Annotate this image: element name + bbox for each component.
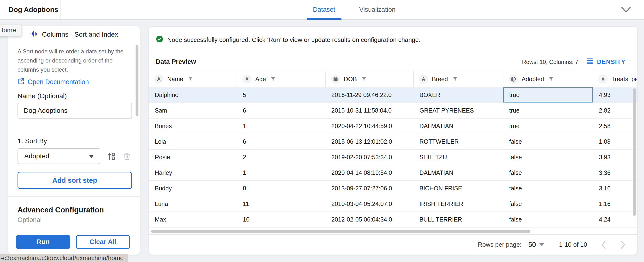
node-description: A Sort node will re-order a data set by … [18, 47, 132, 74]
horizontal-scrollbar[interactable] [151, 230, 530, 233]
table-cell[interactable]: 2019-02-20 07:53:34.0 [326, 150, 414, 165]
vertical-scrollbar[interactable] [633, 88, 636, 216]
column-header-treats_per_day[interactable]: #Treats_per_day [593, 71, 637, 87]
table-cell[interactable]: 2.82 [593, 103, 637, 118]
column-header-dob[interactable]: DOB [326, 71, 414, 87]
filter-icon[interactable] [188, 76, 194, 82]
table-cell[interactable]: 8 [237, 181, 326, 196]
table-cell[interactable]: BULL TERRIER [414, 212, 504, 227]
rows-per-page-label: Rows per page: [478, 241, 522, 248]
table-cell[interactable]: 1 [237, 119, 326, 134]
name-label: Name (Optional) [18, 92, 132, 100]
table-cell[interactable]: 10 [237, 212, 326, 227]
status-url: -c3exmachina.c3dev.cloud/exmachina/home [1, 254, 124, 262]
table-cell[interactable]: ROTTWEILER [414, 134, 504, 149]
table-cell[interactable]: 2015-10-31 11:58:04.0 [326, 103, 414, 118]
selected-cell[interactable]: true [504, 87, 593, 103]
table-cell[interactable]: BOXER [414, 87, 504, 103]
table-cell[interactable]: true [504, 119, 593, 134]
table-cell[interactable]: GREAT PYRENEES [414, 103, 504, 118]
table-cell[interactable]: 11 [237, 196, 326, 211]
table-row: Max102012-02-05 06:04:34.0BULL TERRIERfa… [149, 212, 637, 228]
table-cell[interactable]: 2015-06-13 12:01:02.0 [326, 134, 414, 149]
table-cell[interactable]: 3.16 [593, 181, 637, 196]
table-cell[interactable]: false [504, 196, 593, 211]
density-button[interactable]: DENSITY [585, 58, 627, 66]
rows-per-page-select[interactable]: 50 [528, 241, 544, 249]
table-cell[interactable]: 2012-02-05 06:04:34.0 [326, 212, 414, 227]
pagination-range: 1-10 of 10 [559, 241, 587, 248]
add-sort-step-button[interactable]: Add sort step [18, 172, 132, 189]
table-cell[interactable]: 2 [237, 150, 326, 165]
table-cell[interactable]: Max [149, 212, 237, 227]
table-cell[interactable]: IRISH TERRIER [414, 196, 504, 211]
sort-by-label: 1. Sort By [18, 137, 132, 145]
table-cell[interactable]: DALMATIAN [414, 165, 504, 180]
sort-order-button[interactable] [106, 151, 116, 161]
tab-visualization[interactable]: Visualization [353, 0, 402, 19]
table-cell[interactable]: false [504, 134, 593, 149]
table-row: Buddy82013-09-27 07:27:06.0BICHON FRISEf… [149, 181, 637, 196]
chevron-down-icon [540, 243, 544, 246]
column-header-adopted[interactable]: Adopted [504, 71, 593, 87]
table-cell[interactable]: Bones [149, 119, 237, 134]
sort-by-select[interactable]: Adopted [18, 148, 100, 164]
table-cell[interactable]: Luna [149, 196, 237, 211]
panel-scrollbar[interactable] [136, 45, 138, 116]
table-cell[interactable]: 2016-11-29 09:46:22.0 [326, 87, 414, 103]
filter-icon[interactable] [548, 76, 554, 82]
table-cell[interactable]: SHIH TZU [414, 150, 504, 165]
tab-dataset[interactable]: Dataset [307, 0, 342, 19]
table-cell[interactable]: true [504, 103, 593, 118]
sort-order-icon [106, 151, 116, 161]
table-cell[interactable]: 2020-04-14 08:19:54.0 [326, 165, 414, 180]
table-cell[interactable]: 6 [237, 103, 326, 118]
table-cell[interactable]: 6 [237, 134, 326, 149]
table-cell[interactable]: 2.58 [593, 119, 637, 134]
previous-page-button[interactable] [601, 241, 606, 249]
table-cell[interactable]: false [504, 212, 593, 227]
pagination-footer: Rows per page: 50 1-10 of 10 [149, 234, 637, 255]
table-cell[interactable]: Lola [149, 134, 237, 149]
column-header-breed[interactable]: ABreed [414, 71, 504, 87]
table-cell[interactable]: 3.36 [593, 165, 637, 180]
table-cell[interactable]: 1 [237, 165, 326, 180]
table-cell[interactable]: 2013-09-27 07:27:06.0 [326, 181, 414, 196]
workspace-title-tab[interactable]: Dog Adoptions [0, 0, 61, 19]
name-input[interactable] [18, 103, 132, 119]
column-header-name[interactable]: AName [149, 71, 237, 87]
filter-icon[interactable] [361, 76, 367, 82]
table-cell[interactable]: 4.93 [593, 87, 637, 103]
table-cell[interactable]: 5 [237, 87, 326, 103]
chevron-left-icon [601, 241, 606, 249]
column-header-age[interactable]: #Age [237, 71, 326, 87]
delete-sort-step-button[interactable] [122, 152, 132, 161]
table-cell[interactable]: 4.24 [593, 212, 637, 227]
table-cell[interactable]: Rosie [149, 150, 237, 165]
table-cell[interactable]: DALMATIAN [414, 119, 504, 134]
table-header-row: AName#AgeDOBABreedAdopted#Treats_per_day [149, 71, 637, 87]
table-cell[interactable]: false [504, 150, 593, 165]
run-button[interactable]: Run [16, 235, 70, 249]
table-cell[interactable]: false [504, 181, 593, 196]
chevron-down-icon[interactable] [620, 6, 632, 14]
table-cell[interactable]: Dalphine [149, 87, 237, 103]
table-cell[interactable]: 3.93 [593, 150, 637, 165]
table-cell[interactable]: Harley [149, 165, 237, 180]
advanced-configuration-subtitle: Optional [18, 216, 132, 224]
table-cell[interactable]: Buddy [149, 181, 237, 196]
table-cell[interactable]: BICHON FRISE [414, 181, 504, 196]
open-documentation-link[interactable]: Open Documentation [18, 78, 89, 86]
table-cell[interactable]: 1.08 [593, 134, 637, 149]
number-type-icon: # [242, 74, 252, 84]
table-cell[interactable]: Sam [149, 103, 237, 118]
table-row: Sam62015-10-31 11:58:04.0GREAT PYRENEESt… [149, 103, 637, 119]
filter-icon[interactable] [452, 76, 458, 82]
next-page-button[interactable] [620, 241, 626, 249]
table-cell[interactable]: 1.16 [593, 196, 637, 211]
table-cell[interactable]: false [504, 165, 593, 180]
table-cell[interactable]: 2020-04-22 10:44:59.0 [326, 119, 414, 134]
filter-icon[interactable] [270, 76, 276, 82]
table-cell[interactable]: 2010-03-04 05:24:07.0 [326, 196, 414, 211]
clear-all-button[interactable]: Clear All [76, 235, 130, 249]
